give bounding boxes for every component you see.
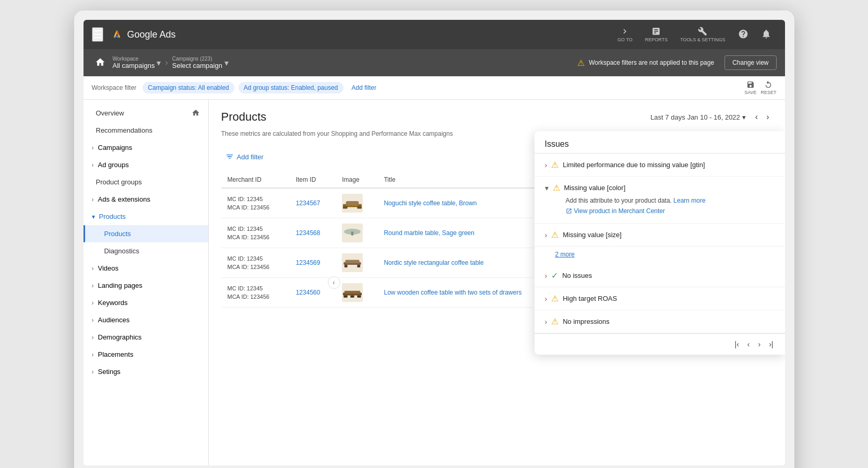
warning-triangle-icon: ⚠ xyxy=(551,160,558,170)
sidebar-item-ad-groups[interactable]: › Ad groups xyxy=(84,156,208,173)
product-image xyxy=(342,194,363,213)
add-table-filter-button[interactable]: Add filter xyxy=(221,149,268,164)
sidebar-item-products[interactable]: Products xyxy=(84,225,208,242)
pagination-prev-button[interactable]: ‹ xyxy=(744,338,753,350)
campaigns-nav-label: Campaigns xyxy=(98,144,133,151)
home-button[interactable] xyxy=(92,54,109,72)
sidebar-item-videos[interactable]: › Videos xyxy=(84,260,208,277)
item-id-link[interactable]: 1234560 xyxy=(296,289,320,296)
tools-label: TOOLS & SETTINGS xyxy=(680,37,725,42)
col-image[interactable]: Image xyxy=(336,172,377,188)
collapse-sidebar-button[interactable]: ‹ xyxy=(328,276,340,289)
diagnostics-label: Diagnostics xyxy=(104,247,139,255)
svg-point-0 xyxy=(110,27,124,42)
svg-rect-10 xyxy=(358,265,361,267)
issue-color-row[interactable]: ▾ ⚠ Missing value [color] Add this attri… xyxy=(534,177,785,224)
sidebar-item-settings[interactable]: › Setings xyxy=(84,363,208,380)
ad-groups-label: Ad groups xyxy=(98,161,129,169)
campaigns-dropdown-button[interactable]: ▾ xyxy=(224,58,229,68)
product-title-link[interactable]: Nordic style rectangular coffee table xyxy=(384,259,483,266)
pagination-last-button[interactable]: ›| xyxy=(766,338,776,350)
issue-high-roas-row[interactable]: › ⚠ High target ROAS xyxy=(534,287,785,310)
tools-nav-button[interactable]: TOOLS & SETTINGS xyxy=(675,24,730,45)
date-range-button[interactable]: Last 7 days Jan 10 - 16, 2022 ▾ xyxy=(646,111,750,123)
product-title-link[interactable]: Low wooden coffee table with two sets of… xyxy=(384,289,521,296)
screen: ☰ Google Ads GO TO xyxy=(84,20,785,465)
sidebar-item-overview[interactable]: Overview xyxy=(84,104,208,122)
help-nav-button[interactable] xyxy=(733,26,754,43)
goto-nav-button[interactable]: GO TO xyxy=(612,24,638,45)
reports-nav-button[interactable]: REPORTS xyxy=(640,24,673,45)
reset-filter-label: RESET xyxy=(760,90,776,95)
svg-rect-3 xyxy=(343,206,348,208)
issue-color-expanded: Add this attribute to your product data.… xyxy=(545,193,775,217)
col-merchant-id[interactable]: Merchant ID xyxy=(221,172,290,188)
merchant-id-cell: MC ID: 12345MCA ID: 123456 xyxy=(228,284,283,301)
sidebar-item-ads-extensions[interactable]: › Ads & extensions xyxy=(84,191,208,208)
pagination-next-button[interactable]: › xyxy=(755,338,764,350)
col-item-id[interactable]: Item ID xyxy=(290,172,336,188)
issue-gtin-chevron-icon: › xyxy=(545,161,548,169)
workspace-text-group: Workspace All campaigns xyxy=(113,56,155,69)
notifications-nav-button[interactable] xyxy=(756,26,777,43)
item-id-link[interactable]: 1234567 xyxy=(296,200,320,207)
date-range-value: Jan 10 - 16, 2022 xyxy=(687,113,740,121)
sidebar-item-demographics[interactable]: › Demographics xyxy=(84,329,208,346)
campaigns-label: Campaigns (223) xyxy=(172,56,222,62)
issue-gtin-header: › ⚠ Limited performance due to missing v… xyxy=(545,160,775,170)
sidebar-item-product-groups[interactable]: Product groups xyxy=(84,173,208,191)
campaigns-breadcrumb: Campaigns (223) Select campaign ▾ xyxy=(172,56,229,69)
svg-rect-2 xyxy=(346,201,359,206)
learn-more-link[interactable]: Learn more xyxy=(673,197,705,204)
filter-actions: SAVE RESET xyxy=(744,80,776,95)
ad-group-status-filter-chip[interactable]: Ad group status: Enabled, paused xyxy=(239,82,343,93)
issue-size-row[interactable]: › ⚠ Missing value [size] xyxy=(534,224,785,247)
workspace-dropdown-button[interactable]: ▾ xyxy=(157,58,161,68)
issue-no-issues-row[interactable]: › ✓ No issues xyxy=(534,264,785,287)
issue-no-impressions-row[interactable]: › ⚠ No impressions xyxy=(534,310,785,333)
svg-rect-12 xyxy=(344,291,360,294)
pagination-first-button[interactable]: |‹ xyxy=(732,338,742,350)
top-nav: ☰ Google Ads GO TO xyxy=(84,20,785,49)
top-nav-icons: GO TO REPORTS TOOLS & SETTINGS xyxy=(612,24,776,45)
date-prev-button[interactable]: ‹ xyxy=(752,110,761,124)
item-id-link[interactable]: 1234569 xyxy=(296,259,320,266)
svg-rect-13 xyxy=(344,295,348,297)
breadcrumb-bar: Workspace All campaigns ▾ › Campaigns (2… xyxy=(84,49,785,76)
sidebar-item-campaigns[interactable]: › Campaigns xyxy=(84,139,208,156)
reset-filter-button[interactable]: RESET xyxy=(760,80,776,95)
google-ads-icon xyxy=(110,27,124,42)
sidebar-item-products-group[interactable]: ▾ Products xyxy=(84,208,208,225)
svg-rect-15 xyxy=(358,295,361,297)
product-title-link[interactable]: Round marble table, Sage green xyxy=(384,229,474,237)
sidebar-item-audiences[interactable]: › Audiences xyxy=(84,311,208,329)
sidebar-item-keywords[interactable]: › Keywords xyxy=(84,294,208,311)
more-issues-link[interactable]: 2 more xyxy=(534,247,785,264)
hamburger-menu-button[interactable]: ☰ xyxy=(92,27,103,42)
issue-gtin-row[interactable]: › ⚠ Limited performance due to missing v… xyxy=(534,154,785,177)
save-filter-button[interactable]: SAVE xyxy=(744,80,756,95)
issue-high-roas-header: › ⚠ High target ROAS xyxy=(545,294,775,303)
add-filter-table-label: Add filter xyxy=(237,153,264,161)
add-filter-button[interactable]: Add filter xyxy=(348,82,381,93)
laptop-frame: ☰ Google Ads GO TO xyxy=(74,10,794,468)
campaign-status-filter-chip[interactable]: Campaign status: All enabled xyxy=(142,82,234,93)
recommendations-label: Recommendations xyxy=(96,126,152,134)
merchant-center-link[interactable]: View product in Merchant Center xyxy=(566,207,775,215)
sidebar-item-landing-pages[interactable]: › Landing pages xyxy=(84,277,208,294)
demographics-label: Demographics xyxy=(98,333,142,341)
sidebar-item-diagnostics[interactable]: Diagnostics xyxy=(84,242,208,260)
item-id-link[interactable]: 1234568 xyxy=(296,229,320,237)
issue-color-desc: Add this attribute to your product data.… xyxy=(566,197,775,204)
demographics-chevron-icon: › xyxy=(92,334,94,341)
workspace-breadcrumb: Workspace All campaigns ▾ xyxy=(113,56,161,69)
audiences-chevron-icon: › xyxy=(92,317,94,324)
logo-area: Google Ads xyxy=(110,27,613,42)
warning-triangle-color-icon: ⚠ xyxy=(553,183,560,193)
sidebar-item-placements[interactable]: › Placements xyxy=(84,346,208,363)
change-view-button[interactable]: Change view xyxy=(724,55,776,70)
sidebar-item-recommendations[interactable]: Recommendations xyxy=(84,122,208,139)
settings-label: Setings xyxy=(98,368,121,376)
date-next-button[interactable]: › xyxy=(763,110,772,124)
product-title-link[interactable]: Noguchi style coffee table, Brown xyxy=(384,200,477,207)
